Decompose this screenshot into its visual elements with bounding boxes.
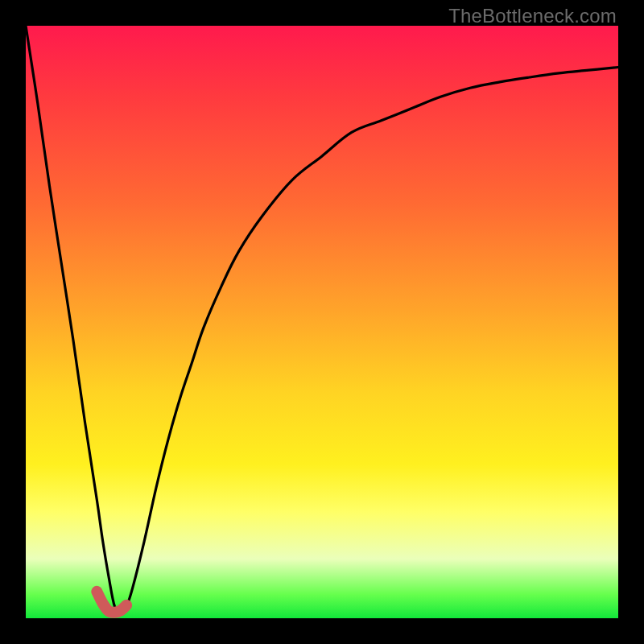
watermark-text: TheBottleneck.com (448, 5, 617, 27)
chart-frame: TheBottleneck.com (0, 0, 644, 644)
bottleneck-curve (26, 26, 618, 613)
chart-overlay (26, 26, 618, 618)
